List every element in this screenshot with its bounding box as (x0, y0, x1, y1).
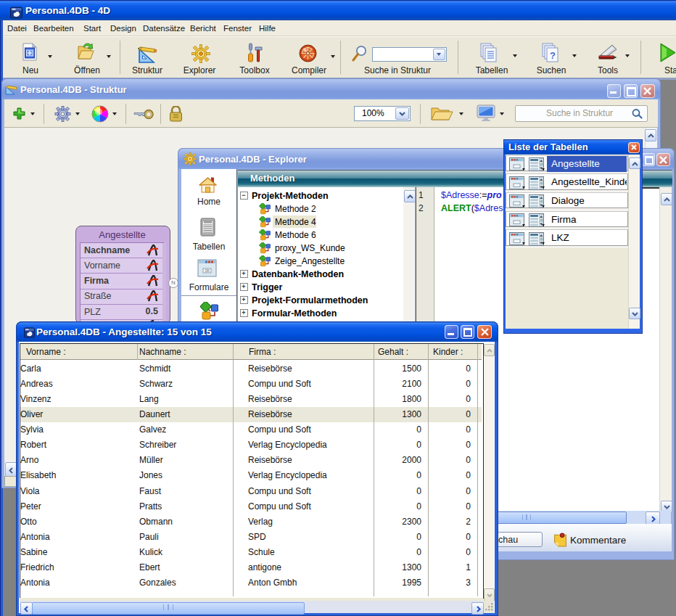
svg-text:?: ? (550, 50, 556, 61)
svg-text:OK: OK (205, 269, 210, 273)
